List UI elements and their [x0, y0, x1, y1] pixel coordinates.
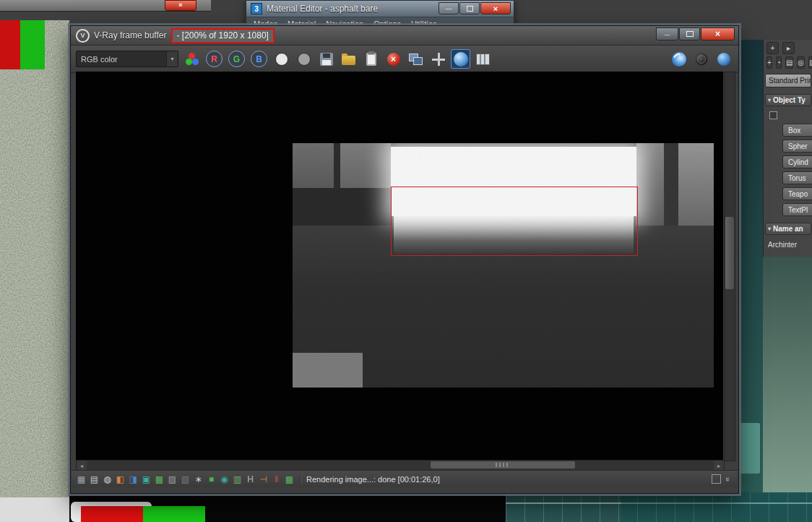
viewport-grid-fragment: [506, 492, 812, 522]
hierarchy-tab-icon[interactable]: ▤: [785, 56, 793, 69]
red-color-chip: [81, 506, 143, 522]
maximize-button[interactable]: [679, 27, 700, 40]
green-channel-button[interactable]: G: [227, 49, 246, 69]
create-tab-icon[interactable]: +: [766, 56, 772, 69]
modify-tab-icon[interactable]: ◔: [776, 56, 782, 69]
viewport-scrollbar[interactable]: [740, 423, 760, 474]
background-window-titlebar[interactable]: ×: [0, 0, 211, 12]
motion-tab-icon[interactable]: ◎: [797, 56, 805, 69]
blue-channel-button[interactable]: B: [249, 49, 269, 69]
green-color-chip: [143, 506, 205, 522]
3dsmax-logo-icon: 3: [251, 3, 262, 14]
material-editor-titlebar[interactable]: 3 Material Editor - asphalt bare — ×: [246, 1, 514, 17]
duplicate-to-host-button[interactable]: [406, 49, 426, 69]
minimize-button[interactable]: —: [439, 2, 459, 14]
resize-icon[interactable]: ⊣: [258, 474, 269, 484]
gray-hatch-icon[interactable]: ▨: [167, 474, 178, 484]
checker-icon[interactable]: ▩: [284, 474, 295, 484]
vfb-title: V-Ray frame buffer: [94, 30, 167, 40]
vfb-toolbar: RGB color RGB: [71, 46, 738, 73]
create-textpl-button[interactable]: TextPl: [782, 203, 812, 216]
maximize-button[interactable]: [459, 2, 480, 14]
vfb-titlebar[interactable]: V-Ray frame buffer - [200% of 1920 x 108…: [71, 26, 738, 46]
monochrome-button[interactable]: [294, 49, 314, 69]
texture-bottom-fragment: [0, 497, 69, 522]
viewport-edge: [737, 40, 763, 522]
close-button[interactable]: [701, 27, 735, 40]
render-status-text: Rendering image...: done [00:01:26,0]: [306, 475, 440, 484]
rendered-image: [293, 143, 714, 388]
chevron-down-icon[interactable]: [166, 51, 178, 67]
green-square-icon[interactable]: ■: [206, 474, 217, 484]
render-last-button[interactable]: [714, 49, 733, 69]
alpha-channel-button[interactable]: [272, 49, 291, 69]
scroll-left-arrow[interactable]: [77, 461, 87, 471]
lens-effects-button[interactable]: [669, 49, 688, 69]
vray-frame-buffer-window: V-Ray frame buffer - [200% of 1920 x 108…: [70, 25, 739, 494]
zoom-level-highlight: - [200% of 1920 x 1080]: [171, 28, 275, 43]
film-icon[interactable]: ▥: [232, 474, 243, 484]
create-cylind-button[interactable]: Cylind: [782, 155, 812, 168]
green-swatch: [20, 20, 45, 69]
region-render-button[interactable]: [451, 49, 470, 69]
close-button[interactable]: ×: [480, 2, 511, 14]
scroll-right-arrow[interactable]: [714, 461, 724, 471]
clipboard-button[interactable]: [361, 49, 381, 69]
create-teapo-button[interactable]: Teapo: [782, 187, 812, 200]
vray-logo-icon: [76, 29, 90, 43]
orange-split-icon[interactable]: ◧: [115, 474, 126, 484]
dock-button[interactable]: [712, 474, 721, 484]
floor-patch: [293, 353, 363, 388]
save-image-button[interactable]: [316, 49, 336, 69]
compare-columns-button[interactable]: [473, 49, 493, 69]
red-channel-button[interactable]: R: [204, 49, 224, 69]
minimize-button[interactable]: [656, 27, 678, 40]
clear-image-button[interactable]: [384, 49, 403, 69]
viewport-corner: [763, 257, 812, 522]
create-torus-button[interactable]: Torus: [782, 171, 812, 184]
dark-hatch-icon[interactable]: ▧: [180, 474, 191, 484]
display-tab-icon[interactable]: ▥: [808, 56, 812, 69]
track-mouse-button[interactable]: [428, 49, 448, 69]
blue-split-icon[interactable]: ◨: [128, 474, 139, 484]
region-render-rectangle[interactable]: [391, 187, 638, 256]
snowflake-icon[interactable]: ∗: [193, 474, 204, 484]
red-swatch: [0, 20, 20, 69]
grid-layout-icon[interactable]: ▦: [76, 474, 87, 484]
layers-icon[interactable]: ▤: [89, 474, 100, 484]
create-spher-button[interactable]: Spher: [782, 140, 812, 153]
material-editor-title: Material Editor - asphalt bare: [267, 4, 378, 14]
material-preview-texture: [0, 20, 69, 497]
close-button[interactable]: ×: [165, 0, 196, 11]
command-panel: +▸ +◔▤◎▥ Standard Prim Object Ty BoxSphe…: [763, 40, 812, 257]
info-icon[interactable]: ◍: [102, 474, 113, 484]
rgb-channels-icon[interactable]: [182, 49, 202, 69]
letter-h-icon[interactable]: H: [245, 474, 256, 484]
create-box-button[interactable]: Box: [782, 124, 812, 137]
arrow-icon[interactable]: ▸: [782, 42, 795, 54]
desktop: × 3 Material Editor - asphalt bare — × M…: [0, 0, 812, 522]
stereo-globe-button[interactable]: [691, 49, 711, 69]
open-image-button[interactable]: [339, 49, 358, 69]
render-canvas[interactable]: [76, 72, 723, 460]
object-name-field[interactable]: Archinter: [768, 241, 812, 249]
channel-dropdown[interactable]: RGB color: [76, 51, 178, 67]
category-dropdown[interactable]: Standard Prim: [765, 74, 811, 87]
vfb-statusbar: ▦▤◍◧◨▣▩▨▧∗■◉▥H⊣‖▩ Rendering image...: do…: [72, 470, 738, 487]
lens-circle-icon[interactable]: ◉: [219, 474, 230, 484]
vertical-scrollbar[interactable]: [724, 72, 735, 461]
wall-panel: [293, 143, 334, 188]
pin-stack-icon[interactable]: +: [766, 42, 779, 54]
expand-statusbar-button[interactable]: [724, 474, 733, 484]
autogrid-checkbox[interactable]: [769, 111, 777, 119]
object-type-rollout[interactable]: Object Ty: [765, 94, 811, 106]
channel-dropdown-value: RGB color: [77, 55, 166, 64]
horizontal-scrollbar-thumb[interactable]: [431, 461, 575, 468]
teal-panel-icon[interactable]: ▣: [141, 474, 152, 484]
green-grid-icon[interactable]: ▩: [154, 474, 165, 484]
pause-icon[interactable]: ‖: [271, 474, 282, 484]
name-and-color-rollout[interactable]: Name an: [765, 223, 811, 235]
vertical-scrollbar-thumb[interactable]: [725, 217, 734, 289]
